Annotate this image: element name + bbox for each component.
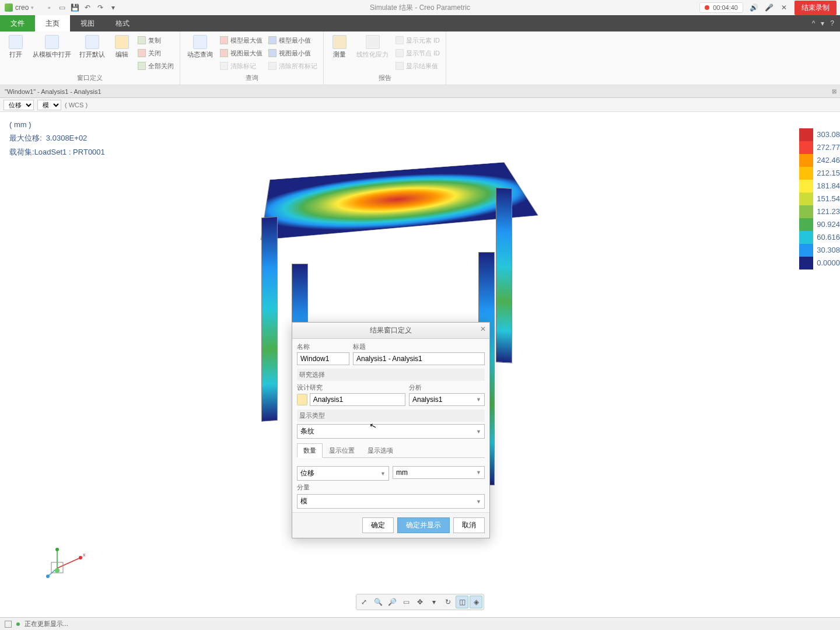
help-dropdown-icon[interactable]: ▾ [821, 19, 824, 27]
tab-display-location[interactable]: 显示位置 [323, 443, 361, 457]
status-checkbox[interactable] [5, 621, 12, 628]
result-icon [396, 62, 404, 70]
section-study: 研究选择 [297, 369, 485, 381]
model-max-button[interactable]: 模型最大值 [218, 36, 265, 46]
mic-icon[interactable]: 🎤 [764, 3, 774, 12]
dynamic-query-button[interactable]: 动态查询 [184, 34, 216, 72]
tab-format[interactable]: 格式 [105, 15, 140, 32]
cancel-button[interactable]: 取消 [453, 517, 485, 533]
component-label: 分量 [297, 483, 485, 492]
name-label: 名称 [297, 342, 349, 351]
ribbon: 打开 从模板中打开 打开默认 编辑 复制 关闭 全部关闭 窗口定义 动态查询 模… [0, 32, 840, 85]
unit-select[interactable]: mm▼ [393, 466, 485, 479]
dialog-close-icon[interactable]: ✕ [480, 325, 486, 333]
help-icon[interactable]: ? [830, 19, 834, 27]
pan-icon[interactable]: ✥ [414, 596, 426, 608]
perspective-icon[interactable]: ◈ [470, 596, 482, 608]
default-icon [85, 35, 99, 49]
undo-icon[interactable]: ↶ [83, 3, 92, 12]
design-study-label: 设计研究 [297, 383, 405, 392]
measure-button[interactable]: 测量 [327, 34, 352, 72]
copy-button[interactable]: 复制 [135, 36, 176, 46]
design-study-input[interactable] [310, 393, 405, 406]
spin-icon[interactable]: ↻ [442, 596, 454, 608]
ribbon-tabs: 文件 主页 视图 格式 ^ ▾ ? [0, 15, 840, 32]
show-node-id-button: 显示节点 ID [393, 48, 442, 58]
open-from-template-button[interactable]: 从模板中打开 [29, 34, 75, 72]
quantity-select[interactable]: 位移 [4, 100, 34, 110]
status-text: 正在更新显示... [24, 620, 68, 628]
folder-icon[interactable] [297, 394, 307, 405]
name-input[interactable] [297, 352, 349, 365]
window-title: Simulate 结果 - Creo Parametric [370, 3, 470, 13]
saved-views-icon[interactable]: ▾ [428, 596, 440, 608]
legend-color-segment [799, 192, 813, 205]
doc-tab-close-icon[interactable]: ⊠ [832, 88, 836, 94]
save-icon[interactable]: 💾 [70, 3, 79, 12]
new-icon[interactable]: ▫ [44, 3, 54, 12]
tab-file[interactable]: 文件 [0, 15, 35, 32]
collapse-ribbon-icon[interactable]: ^ [812, 19, 816, 27]
clear-all-marks-button[interactable]: 清除所有标记 [266, 61, 320, 71]
open-button[interactable]: 打开 [4, 34, 28, 72]
close-window-button[interactable]: 关闭 [135, 48, 176, 58]
view-min-button[interactable]: 视图最小值 [266, 48, 320, 58]
open-icon[interactable]: ▭ [57, 3, 66, 12]
analysis-select[interactable]: Analysis1▼ [409, 393, 485, 406]
close-red-icon [138, 49, 146, 57]
display-type-select[interactable]: 条纹▼ [297, 424, 485, 439]
ok-button[interactable]: 确定 [362, 517, 394, 533]
tab-display-options[interactable]: 显示选项 [361, 443, 400, 457]
speaker-icon[interactable]: 🔊 [749, 3, 758, 12]
refit-icon[interactable]: ▭ [400, 596, 412, 608]
clear-marks-button[interactable]: 清除标记 [218, 61, 265, 71]
end-recording-button[interactable]: 结束录制 [794, 1, 836, 15]
redo-icon[interactable]: ↷ [96, 3, 105, 12]
edit-button[interactable]: 编辑 [110, 34, 134, 72]
close-all-icon [138, 62, 146, 70]
result-info-overlay: ( mm ) 最大位移: 3.0308E+02 载荷集:LoadSet1 : P… [9, 118, 105, 159]
close-icon[interactable]: ✕ [779, 3, 789, 12]
selector-bar: 位移 模 ( WCS ) [0, 98, 840, 112]
component-select[interactable]: 模 [37, 100, 61, 110]
pencil-icon [115, 35, 129, 49]
legend-color-segment [799, 128, 813, 141]
model-min-button[interactable]: 模型最小值 [266, 36, 320, 46]
viewport[interactable]: ( mm ) 最大位移: 3.0308E+02 载荷集:LoadSet1 : P… [0, 112, 840, 617]
max-icon [220, 36, 228, 44]
clearall-icon [268, 62, 276, 70]
title-input[interactable] [353, 352, 485, 365]
zoom-in-icon[interactable]: 🔍 [372, 596, 384, 608]
tab-home[interactable]: 主页 [35, 15, 70, 32]
close-all-button[interactable]: 全部关闭 [135, 61, 176, 71]
legend-color-segment [799, 231, 813, 244]
open-default-button[interactable]: 打开默认 [76, 34, 108, 72]
ok-and-show-button[interactable]: 确定并显示 [397, 517, 450, 533]
legend-color-segment [799, 218, 813, 231]
legend-value: 151.54 [817, 192, 840, 205]
quantity-dialog-select[interactable]: 位移▼ [297, 466, 389, 481]
dialog-titlebar[interactable]: 结果窗口定义 ✕ [292, 323, 489, 339]
node-icon [396, 49, 404, 57]
orientation-triad: x [46, 545, 86, 580]
group-label-report: 报告 [327, 72, 442, 83]
document-tab[interactable]: "Window1" - Analysis1 - Analysis1 ⊠ [0, 85, 840, 98]
qat-more-icon[interactable]: ▾ [108, 3, 118, 12]
tab-view[interactable]: 视图 [70, 15, 105, 32]
chevron-down-icon: ▼ [380, 471, 386, 477]
zoom-fit-icon[interactable]: ⤢ [358, 596, 370, 608]
model-leg [496, 187, 512, 363]
result-window-definition-dialog: 结果窗口定义 ✕ 名称 标题 研究选择 设计研究 [292, 322, 490, 538]
view-max-button[interactable]: 视图最大值 [218, 48, 265, 58]
component-dialog-select[interactable]: 模▼ [297, 494, 485, 509]
group-label-window: 窗口定义 [4, 72, 176, 83]
svg-point-4 [55, 548, 59, 551]
tab-quantity[interactable]: 数量 [297, 443, 323, 458]
legend-color-segment [799, 154, 813, 167]
legend-value: 60.616 [817, 231, 840, 244]
zoom-out-icon[interactable]: 🔎 [386, 596, 398, 608]
rec-time: 00:04:40 [713, 4, 738, 11]
display-style-icon[interactable]: ◫ [456, 596, 468, 608]
title-label: 标题 [353, 342, 485, 351]
dialog-title: 结果窗口定义 [370, 326, 412, 334]
